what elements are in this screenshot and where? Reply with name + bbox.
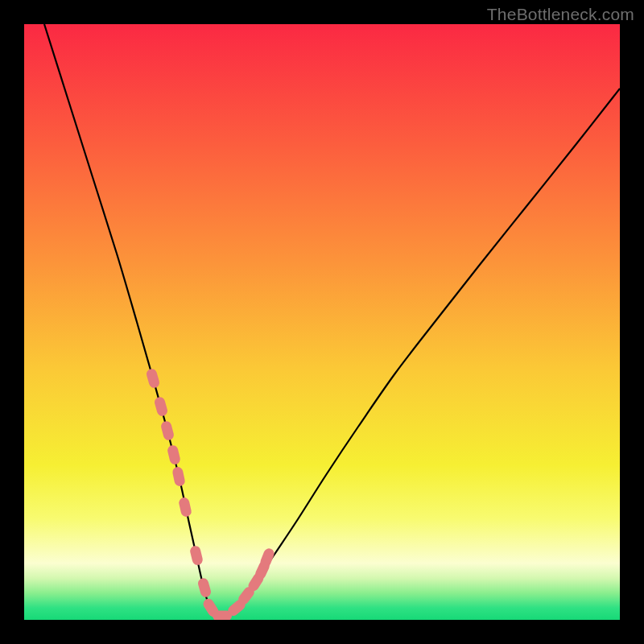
curve-layer [24, 24, 620, 620]
watermark-text: TheBottleneck.com [487, 5, 634, 24]
marker-pill [178, 497, 192, 518]
marker-pill [160, 420, 175, 442]
marker-pill [189, 545, 204, 566]
bottleneck-curve [44, 24, 620, 617]
chart-container: TheBottleneck.com [0, 0, 644, 644]
marker-pill [171, 466, 186, 487]
highlighted-points [145, 368, 275, 620]
plot-area [24, 24, 620, 620]
marker-pill [197, 577, 213, 599]
marker-pill [154, 396, 169, 418]
marker-pill [145, 368, 160, 390]
marker-pill [167, 444, 181, 465]
